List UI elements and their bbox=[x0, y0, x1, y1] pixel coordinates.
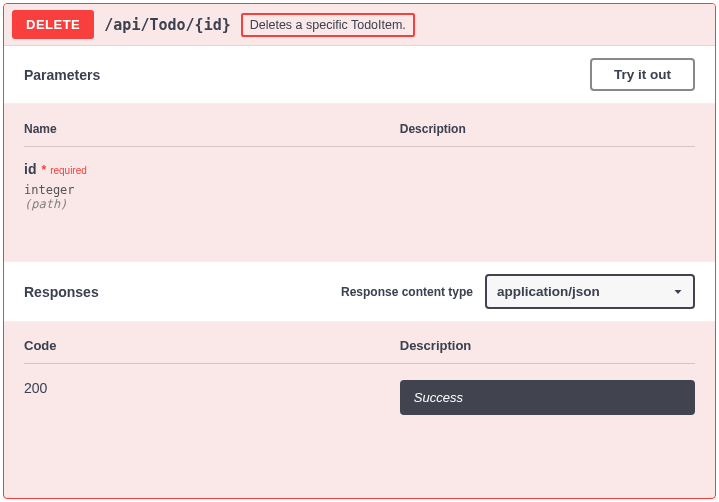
required-label: required bbox=[50, 165, 87, 176]
response-code: 200 bbox=[24, 380, 400, 396]
parameter-type: integer bbox=[24, 183, 695, 197]
content-type-select[interactable]: application/json bbox=[485, 274, 695, 309]
responses-header: Responses Response content type applicat… bbox=[4, 261, 715, 322]
parameter-name: id bbox=[24, 161, 36, 177]
endpoint-description: Deletes a specific TodoItem. bbox=[241, 13, 415, 37]
parameter-row: id * required integer (path) bbox=[24, 161, 695, 211]
response-description: Success bbox=[400, 380, 695, 415]
column-header-resp-description: Description bbox=[400, 338, 695, 353]
parameters-header: Parameters Try it out bbox=[4, 46, 715, 104]
column-header-name: Name bbox=[24, 122, 400, 136]
endpoint-path: /api/Todo/{id} bbox=[104, 16, 230, 34]
parameter-in: (path) bbox=[24, 197, 695, 211]
column-header-description: Description bbox=[400, 122, 695, 136]
parameters-title: Parameters bbox=[24, 67, 100, 83]
required-star-icon: * bbox=[41, 163, 46, 177]
responses-title: Responses bbox=[24, 284, 99, 300]
column-header-code: Code bbox=[24, 338, 400, 353]
response-row: 200 Success bbox=[24, 380, 695, 415]
parameters-table-head: Name Description bbox=[24, 122, 695, 147]
http-method-badge: DELETE bbox=[12, 10, 94, 39]
parameters-table: Name Description id * required integer (… bbox=[4, 104, 715, 261]
responses-table-head: Code Description bbox=[24, 338, 695, 364]
operation-summary[interactable]: DELETE /api/Todo/{id} Deletes a specific… bbox=[4, 4, 715, 46]
try-it-out-button[interactable]: Try it out bbox=[590, 58, 695, 91]
responses-table: Code Description 200 Success bbox=[4, 322, 715, 435]
content-type-label: Response content type bbox=[341, 285, 473, 299]
delete-operation-block: DELETE /api/Todo/{id} Deletes a specific… bbox=[3, 3, 716, 499]
